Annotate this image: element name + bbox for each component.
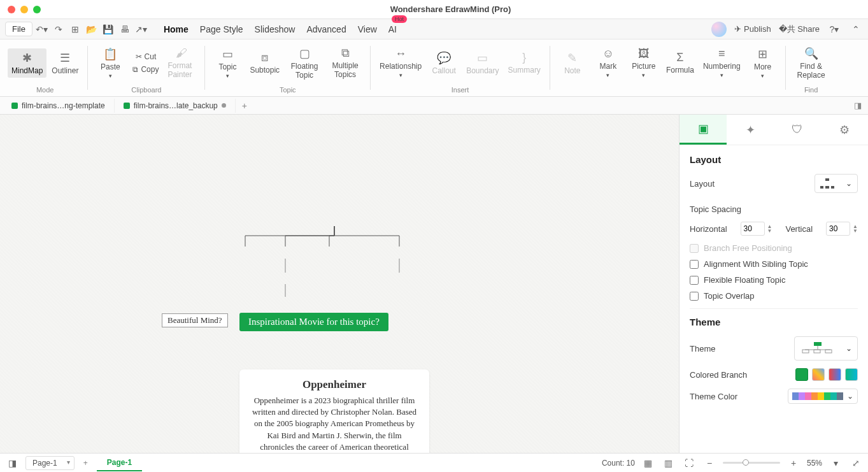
layout-dropdown[interactable]: ⌄: [815, 174, 858, 193]
colored-branch-opt-3[interactable]: [829, 368, 841, 381]
flexible-floating-checkbox[interactable]: [690, 276, 699, 285]
open-icon[interactable]: 📂: [85, 22, 99, 36]
align-sibling-checkbox[interactable]: [690, 260, 699, 269]
zoom-out-button[interactable]: −: [702, 456, 716, 470]
user-avatar[interactable]: [711, 22, 727, 37]
copy-icon: ⧉: [132, 65, 138, 74]
tab-advanced[interactable]: Advanced: [306, 24, 346, 34]
side-tab-security-icon[interactable]: 🛡: [774, 115, 821, 145]
new-icon[interactable]: ⊞: [68, 22, 82, 36]
redo-icon[interactable]: ↷: [52, 22, 66, 36]
tab-slideshow[interactable]: Slideshow: [255, 24, 295, 34]
zoom-slider[interactable]: [723, 462, 780, 464]
fit-page-icon[interactable]: ⛶: [682, 456, 696, 470]
colored-branch-opt-2[interactable]: [812, 368, 825, 381]
app-title: Wondershare EdrawMind (Pro): [390, 4, 511, 14]
boundary-button[interactable]: ▭Boundary: [462, 48, 502, 78]
theme-color-label: Theme Color: [690, 392, 737, 401]
fullscreen-icon[interactable]: ⤢: [849, 456, 863, 470]
more-button[interactable]: ⊞More▾: [746, 45, 780, 82]
window-controls: [8, 6, 41, 13]
relationship-icon: ↔: [395, 47, 406, 61]
paste-icon: 📋: [103, 47, 117, 61]
cut-button[interactable]: ✂Cut: [129, 51, 162, 62]
export-icon[interactable]: ↗▾: [134, 22, 148, 36]
note-button[interactable]: ✎Note: [555, 48, 590, 78]
multiple-topics-button[interactable]: ⧉Multiple Topics: [325, 44, 365, 82]
vertical-input[interactable]: [826, 222, 850, 236]
save-icon[interactable]: 💾: [101, 22, 115, 36]
layout-heading: Layout: [690, 154, 858, 165]
page-tab-1[interactable]: Page-1: [97, 455, 142, 471]
horizontal-stepper[interactable]: ▲▼: [767, 224, 772, 233]
callout-icon: 💬: [437, 51, 451, 65]
add-page-button[interactable]: +: [75, 459, 97, 468]
doc-tab-1[interactable]: film-brains…ng-template: [3, 99, 115, 113]
page-dropdown[interactable]: Page-1: [25, 456, 75, 470]
relationship-button[interactable]: ↔Relationship▾: [376, 45, 425, 81]
zoom-in-button[interactable]: +: [786, 456, 800, 470]
colored-branch-opt-1[interactable]: [795, 368, 808, 381]
numbering-button[interactable]: ≡Numbering▾: [699, 45, 744, 81]
canvas[interactable]: Beautiful Mind? Inspirational Movie for …: [0, 115, 679, 453]
vertical-label: Vertical: [785, 224, 813, 234]
floating-topic-inspirational[interactable]: Inspirational Movie for this topic?: [239, 313, 388, 331]
horizontal-input[interactable]: [741, 222, 765, 236]
copy-button[interactable]: ⧉Copy: [129, 64, 162, 75]
summary-icon: }: [522, 51, 526, 64]
topic-overlap-checkbox[interactable]: [690, 292, 699, 301]
tab-home[interactable]: Home: [164, 24, 189, 34]
zoom-dropdown-icon[interactable]: ▾: [829, 456, 843, 470]
tab-ai[interactable]: AIHot: [388, 24, 397, 34]
theme-preview-icon: [800, 341, 834, 356]
ribbon: ✱MindMap ☰Outliner Mode 📋Paste▾ ✂Cut ⧉Co…: [0, 39, 868, 97]
find-group-label: Find: [804, 86, 818, 94]
titlebar: Wondershare EdrawMind (Pro): [0, 0, 868, 19]
mark-button[interactable]: ☺Mark▾: [591, 45, 625, 81]
collapse-ribbon-icon[interactable]: ⌃: [849, 22, 863, 36]
close-window-icon[interactable]: [8, 6, 15, 13]
count-label: Count: 10: [602, 459, 635, 468]
floating-topic-button[interactable]: ▢Floating Topic: [285, 44, 324, 82]
theme-label: Theme: [690, 344, 715, 354]
minimize-window-icon[interactable]: [20, 6, 28, 13]
callout-button[interactable]: 💬Callout: [427, 48, 461, 78]
find-replace-button[interactable]: 🔍Find & Replace: [791, 44, 832, 82]
theme-color-dropdown[interactable]: ⌄: [788, 389, 858, 404]
side-tab-settings-icon[interactable]: ⚙: [821, 115, 868, 145]
doc-tab-2[interactable]: film-brains…late_backup: [115, 99, 236, 113]
tab-page-style[interactable]: Page Style: [200, 24, 243, 34]
mindmap-button[interactable]: ✱MindMap: [8, 48, 46, 78]
menubar: File ↶▾ ↷ ⊞ 📂 💾 🖶 ↗▾ Home Page Style Sli…: [0, 19, 868, 39]
help-icon[interactable]: ?▾: [827, 22, 841, 36]
summary-button[interactable]: }Summary: [504, 48, 544, 77]
paste-button[interactable]: 📋Paste▾: [93, 45, 127, 82]
view-mode-1-icon[interactable]: ▦: [641, 456, 655, 470]
floating-topic-beautiful-mind[interactable]: Beautiful Mind?: [162, 313, 228, 327]
view-mode-2-icon[interactable]: ▥: [662, 456, 676, 470]
tab-view[interactable]: View: [358, 24, 377, 34]
note-icon: ✎: [567, 51, 577, 65]
central-topic[interactable]: Oppenheimer Oppenheimer is a 2023 biogra…: [239, 369, 429, 453]
picture-button[interactable]: 🖼Picture▾: [627, 45, 661, 81]
colored-branch-opt-4[interactable]: [845, 368, 858, 381]
pages-panel-icon[interactable]: ◨: [5, 456, 19, 470]
print-icon[interactable]: 🖶: [118, 22, 132, 36]
horizontal-label: Horizontal: [690, 224, 727, 234]
publish-button[interactable]: ✈ Publish: [734, 24, 771, 34]
subtopic-button[interactable]: ⧈Subtopic: [246, 48, 283, 77]
toggle-side-panel-icon[interactable]: ◨: [848, 98, 868, 113]
vertical-stepper[interactable]: ▲▼: [853, 224, 858, 233]
add-tab-button[interactable]: +: [236, 98, 253, 113]
outliner-button[interactable]: ☰Outliner: [48, 48, 82, 78]
share-button[interactable]: �共 Share: [779, 24, 820, 35]
theme-dropdown[interactable]: ⌄: [794, 336, 858, 361]
undo-icon[interactable]: ↶▾: [35, 22, 49, 36]
side-tab-layout[interactable]: ▣: [679, 115, 727, 145]
side-tab-ai-icon[interactable]: ✦: [727, 115, 774, 145]
format-painter-button[interactable]: 🖌Format Painter: [164, 44, 199, 82]
topic-button[interactable]: ▭Topic▾: [210, 45, 245, 82]
file-menu[interactable]: File: [5, 22, 32, 36]
formula-button[interactable]: ΣFormula: [662, 48, 698, 77]
maximize-window-icon[interactable]: [33, 6, 41, 13]
